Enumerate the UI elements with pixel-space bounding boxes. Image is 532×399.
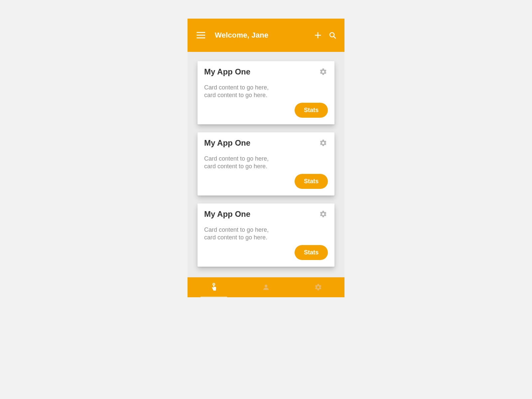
card-body-line: card content to go here. xyxy=(204,234,328,241)
card-footer: Stats xyxy=(204,174,328,189)
nav-settings[interactable] xyxy=(312,281,325,294)
svg-rect-4 xyxy=(315,35,321,36)
app-card: My App One Card content to go here, card… xyxy=(198,61,334,124)
menu-button[interactable] xyxy=(196,30,206,41)
search-button[interactable] xyxy=(327,30,338,41)
svg-rect-0 xyxy=(197,32,205,33)
plus-icon xyxy=(314,32,322,39)
nav-profile[interactable] xyxy=(259,281,273,294)
card-footer: Stats xyxy=(204,245,328,260)
card-body: Card content to go here, card content to… xyxy=(204,226,328,241)
svg-rect-1 xyxy=(197,35,205,36)
menu-icon xyxy=(197,32,205,39)
card-body-line: Card content to go here, xyxy=(204,84,328,91)
person-icon xyxy=(262,283,270,291)
card-body: Card content to go here, card content to… xyxy=(204,155,328,170)
card-body-line: Card content to go here, xyxy=(204,226,328,234)
card-body: Card content to go here, card content to… xyxy=(204,84,328,99)
mobile-frame: Welcome, Jane My App One xyxy=(188,19,344,297)
card-title: My App One xyxy=(204,209,250,219)
svg-point-8 xyxy=(265,285,267,287)
gear-icon xyxy=(319,139,327,147)
page-title: Welcome, Jane xyxy=(215,31,313,40)
card-body-line: card content to go here. xyxy=(204,91,328,99)
bottom-nav xyxy=(188,277,344,297)
stats-button[interactable]: Stats xyxy=(295,174,328,189)
card-title: My App One xyxy=(204,138,250,148)
card-settings-button[interactable] xyxy=(319,138,328,148)
app-card: My App One Card content to go here, card… xyxy=(198,203,334,267)
gear-icon xyxy=(319,68,327,76)
nav-touch[interactable] xyxy=(207,281,220,294)
stats-button[interactable]: Stats xyxy=(295,103,328,118)
card-body-line: card content to go here. xyxy=(204,163,328,170)
card-header: My App One xyxy=(204,67,328,76)
svg-line-6 xyxy=(334,37,336,39)
touch-icon xyxy=(210,283,218,292)
card-body-line: Card content to go here, xyxy=(204,155,328,163)
nav-active-indicator xyxy=(200,297,227,297)
search-icon xyxy=(329,31,336,39)
card-list: My App One Card content to go here, card… xyxy=(188,52,344,277)
svg-rect-2 xyxy=(197,38,205,39)
add-button[interactable] xyxy=(313,30,323,41)
card-header: My App One xyxy=(204,209,328,219)
stats-button[interactable]: Stats xyxy=(295,245,328,260)
gear-icon xyxy=(319,210,327,218)
gear-icon xyxy=(314,283,322,291)
app-bar: Welcome, Jane xyxy=(188,19,344,52)
card-title: My App One xyxy=(204,67,250,76)
card-settings-button[interactable] xyxy=(319,209,328,219)
card-footer: Stats xyxy=(204,103,328,118)
app-card: My App One Card content to go here, card… xyxy=(198,132,334,196)
card-settings-button[interactable] xyxy=(319,67,328,76)
card-header: My App One xyxy=(204,138,328,148)
